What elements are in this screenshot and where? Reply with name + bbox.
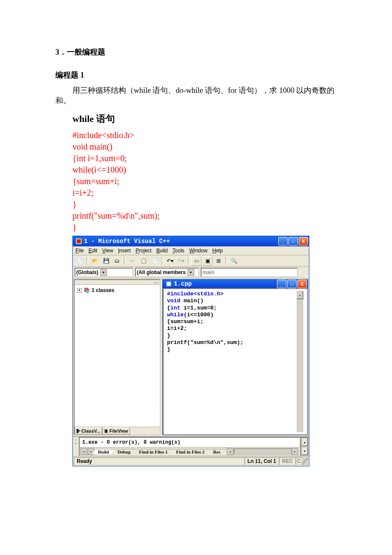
- menu-tools[interactable]: Tools: [173, 248, 184, 254]
- menu-edit[interactable]: Edit: [89, 248, 98, 254]
- wizard-bar: (Globals)▼ (All global members▼ main: [73, 267, 309, 278]
- editor-title: 1.cpp: [174, 280, 277, 287]
- menu-project[interactable]: Project: [135, 248, 151, 254]
- menu-build[interactable]: Build: [156, 248, 168, 254]
- status-ready: Ready: [74, 457, 245, 465]
- status-col: C: [296, 457, 302, 465]
- find-icon[interactable]: 🔍: [229, 256, 239, 266]
- editor-window: 1.cpp _ □ X #include<stdio.h> void main(…: [162, 279, 308, 435]
- workspace-tabs: ▮▪ClassV... 🗎FileView: [75, 427, 160, 434]
- output-scroll-up-icon[interactable]: ▴: [301, 438, 308, 446]
- output-handle[interactable]: ×▾: [73, 437, 79, 456]
- save-icon[interactable]: 💾: [101, 256, 111, 266]
- editor-minimize-button[interactable]: _: [277, 280, 286, 288]
- status-position: Ln 11, Col 1: [245, 457, 279, 465]
- tree-root-label: 1 classes: [92, 287, 114, 293]
- menu-help[interactable]: Help: [212, 248, 223, 254]
- tab-classview[interactable]: ▮▪ClassV...: [75, 427, 102, 434]
- paste-icon[interactable]: 📄: [150, 256, 160, 266]
- vc-titlebar[interactable]: 1 - Microsoft Visual C++ _ □ X: [73, 236, 309, 246]
- svg-rect-1: [77, 240, 81, 243]
- tab-results[interactable]: Res: [208, 449, 226, 454]
- expand-icon[interactable]: +: [77, 288, 82, 293]
- editor-maximize-button[interactable]: □: [287, 280, 297, 288]
- tab-scroll-track[interactable]: [234, 448, 291, 454]
- maximize-button[interactable]: □: [288, 237, 298, 246]
- save-all-icon[interactable]: 🗂: [112, 256, 122, 266]
- undo-icon[interactable]: ↶▾: [165, 256, 175, 266]
- status-bar: Ready Ln 11, Col 1 REC C: [73, 456, 309, 466]
- source-code-block: #include<stdio.h> void main() {int i=1,s…: [72, 130, 337, 233]
- tab-fileview[interactable]: 🗎FileView: [102, 427, 130, 434]
- status-rec: REC: [279, 457, 296, 465]
- classview-icon: ▮▪: [76, 428, 81, 434]
- panel-handle[interactable]: ▴ ×: [75, 280, 160, 285]
- workspace-icon[interactable]: ▭: [191, 256, 202, 266]
- tab-scroll-left-icon[interactable]: ◂: [81, 448, 87, 455]
- class-icon: 📚: [84, 287, 90, 293]
- editor-area: 1.cpp _ □ X #include<stdio.h> void main(…: [161, 278, 309, 436]
- build-output-text[interactable]: 1.exe - 0 error(s), 0 warning(s): [80, 438, 300, 447]
- cut-icon[interactable]: ✂: [127, 256, 138, 266]
- problem-heading: 编程题 1: [55, 70, 337, 80]
- menu-window[interactable]: Window: [189, 248, 208, 254]
- tab-debug[interactable]: Debug: [112, 449, 136, 454]
- redo-icon[interactable]: ↷▾: [176, 256, 186, 266]
- minimize-button[interactable]: _: [278, 237, 288, 246]
- scroll-up-icon[interactable]: ▴: [297, 291, 303, 299]
- window-list-icon[interactable]: ⊞: [213, 256, 224, 266]
- editor-close-button[interactable]: X: [297, 280, 307, 288]
- tab-nav-left-icon[interactable]: ◂: [227, 448, 233, 455]
- problem-text: 用三种循环结构（while 语句、do-while 语句、for 语句），求 1…: [55, 85, 337, 106]
- app-icon: [75, 238, 82, 245]
- tab-build[interactable]: Build: [92, 449, 115, 454]
- open-icon[interactable]: 📂: [90, 256, 100, 266]
- output-panel: ×▾ 1.exe - 0 error(s), 0 warning(s) ◂ ▸ …: [73, 436, 309, 456]
- menu-bar: File Edit View Insert Project Build Tool…: [73, 246, 309, 255]
- tab-findfiles1[interactable]: Find in Files 1: [133, 449, 173, 454]
- section-heading: 3．一般编程题: [55, 47, 337, 57]
- workspace-panel: ▴ × + 📚 1 classes ▮▪ClassV... 🗎FileView: [74, 279, 161, 435]
- editor-titlebar[interactable]: 1.cpp _ □ X: [163, 280, 308, 288]
- function-combo[interactable]: main: [201, 268, 298, 277]
- resize-grip-icon[interactable]: [302, 457, 308, 465]
- output-scroll-down-icon[interactable]: ▾: [301, 447, 308, 455]
- method-heading: while 语句: [72, 113, 337, 125]
- vc-title: 1 - Microsoft Visual C++: [84, 238, 278, 245]
- vc-window: 1 - Microsoft Visual C++ _ □ X File Edit…: [72, 236, 309, 466]
- menu-view[interactable]: View: [102, 248, 113, 254]
- menu-file[interactable]: File: [75, 248, 84, 254]
- menu-insert[interactable]: Insert: [118, 248, 131, 254]
- close-button[interactable]: X: [299, 237, 308, 246]
- tab-findfiles2[interactable]: Find in Files 2: [170, 449, 210, 454]
- editor-scrollbar[interactable]: ▴: [297, 291, 303, 432]
- tab-nav-right-icon[interactable]: ▸: [291, 448, 298, 455]
- fileview-icon: 🗎: [104, 428, 109, 434]
- svg-rect-2: [166, 281, 171, 286]
- scope-combo[interactable]: (Globals)▼: [75, 268, 133, 277]
- output-body: 1.exe - 0 error(s), 0 warning(s) ◂ ▸ Bui…: [79, 437, 300, 456]
- output-tabs: ◂ ▸ Build Debug Find in Files 1 Find in …: [80, 447, 300, 455]
- new-doc-icon[interactable]: 📄: [75, 256, 85, 266]
- output-icon[interactable]: ▣: [202, 256, 213, 266]
- output-scrollbar[interactable]: ▴ ▾: [300, 437, 309, 456]
- copy-icon[interactable]: 📋: [138, 256, 149, 266]
- members-combo[interactable]: (All global members▼: [135, 268, 199, 277]
- code-editor[interactable]: #include<stdio.h> void main() {int i=1,s…: [163, 288, 308, 435]
- standard-toolbar: 📄 📂 💾 🗂 ✂ 📋 📄 ↶▾ ↷▾ ▭ ▣ ⊞ 🔍: [73, 255, 309, 267]
- cpp-file-icon: [165, 280, 172, 287]
- class-tree[interactable]: + 📚 1 classes: [75, 285, 160, 427]
- work-area: ▴ × + 📚 1 classes ▮▪ClassV... 🗎FileView: [73, 278, 309, 436]
- tree-root-node[interactable]: + 📚 1 classes: [77, 287, 157, 293]
